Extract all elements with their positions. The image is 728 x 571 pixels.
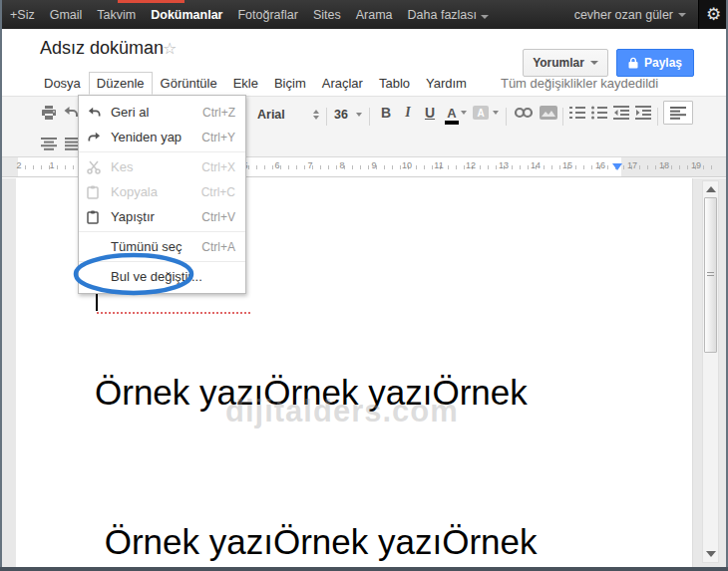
topbar-item-arama[interactable]: Arama <box>356 8 393 22</box>
window-border <box>0 567 728 571</box>
decrease-indent-button[interactable] <box>611 101 631 125</box>
insert-image-button[interactable] <box>538 101 559 125</box>
align-left-button[interactable] <box>663 101 693 125</box>
menu-item-shortcut: Ctrl+Z <box>202 106 235 120</box>
right-margin-marker[interactable] <box>612 163 622 170</box>
user-name: cevher ozan güler <box>574 8 673 22</box>
topbar-item-gmail[interactable]: Gmail <box>50 8 83 22</box>
ruler-number: 9 <box>369 160 378 170</box>
ruler-number: 2 <box>14 160 23 170</box>
menu-item-shortcut: Ctrl+C <box>201 185 235 199</box>
chevron-down-icon <box>590 61 598 65</box>
highlight-color-button[interactable]: A <box>471 101 491 125</box>
ruler-number: 10 <box>400 160 414 170</box>
topbar-item-dokumanlar[interactable]: Dokümanlar <box>151 8 222 22</box>
menu-item-label: Bul ve değiştir... <box>111 269 235 284</box>
menu-ekle[interactable]: Ekle <box>225 72 266 95</box>
save-status: Tüm değişiklikler kaydedildi <box>501 76 658 91</box>
google-topbar: +Siz Gmail Takvim Dokümanlar Fotoğraflar… <box>0 0 728 29</box>
font-size-value: 36 <box>334 108 348 122</box>
ruler-number: 7 <box>305 160 314 170</box>
increase-indent-button[interactable] <box>633 101 653 125</box>
scroll-up-arrow-icon[interactable] <box>706 186 716 192</box>
updown-arrows-icon <box>313 110 319 120</box>
text-color-label: A <box>447 106 456 121</box>
ruler-number: 16 <box>593 160 607 170</box>
ruler-number: 14 <box>529 160 543 170</box>
topbar-item-label: Daha fazlası <box>408 8 477 22</box>
ruler-number: 13 <box>497 160 511 170</box>
scroll-down-arrow-icon[interactable] <box>706 551 716 557</box>
clipboard-icon <box>87 185 111 199</box>
menu-item-label: Geri al <box>111 105 202 120</box>
toolbar-divider <box>506 108 507 126</box>
ruler-number: 17 <box>625 160 639 170</box>
numbered-list-button[interactable] <box>567 101 587 125</box>
menu-item-yeniden-yap[interactable]: Yeniden yap Ctrl+Y <box>79 125 245 149</box>
menu-item-geri-al[interactable]: Geri al Ctrl+Z <box>79 100 245 125</box>
topbar-item-takvim[interactable]: Takvim <box>97 8 136 22</box>
toolbar-divider <box>657 108 658 126</box>
comments-label: Yorumlar <box>533 56 584 70</box>
italic-button[interactable]: I <box>399 101 417 125</box>
font-family-select[interactable]: Arial <box>253 103 323 127</box>
settings-button[interactable]: ⚙ <box>698 0 728 29</box>
topbar-right: cevher ozan güler ⚙ <box>562 0 728 29</box>
ruler-number: 15 <box>560 160 574 170</box>
menu-item-kes: Kes Ctrl+X <box>79 154 245 179</box>
lock-icon <box>628 57 638 69</box>
menu-item-kopyala: Kopyala Ctrl+C <box>79 179 245 204</box>
menu-goruntule[interactable]: Görüntüle <box>153 72 225 95</box>
align-left-icon <box>670 107 686 120</box>
bold-button[interactable]: B <box>377 101 395 125</box>
align-center-icon <box>41 138 57 150</box>
scrollbar-thumb[interactable] <box>704 197 717 353</box>
font-size-select[interactable]: 36 <box>331 103 365 127</box>
user-menu[interactable]: cevher ozan güler <box>562 8 698 22</box>
link-icon <box>514 107 534 119</box>
menu-dosya[interactable]: Dosya <box>36 72 89 95</box>
chevron-down-icon <box>481 15 489 19</box>
menu-duzenle[interactable]: Düzenle <box>89 72 153 95</box>
menu-tablo[interactable]: Tablo <box>371 72 418 95</box>
topbar-item-plus-siz[interactable]: +Siz <box>10 8 35 22</box>
star-icon[interactable]: ☆ <box>163 39 177 58</box>
bulleted-list-button[interactable] <box>589 101 609 125</box>
underline-button[interactable]: U <box>421 101 439 125</box>
scissors-icon <box>87 160 111 174</box>
menu-item-bul-ve-degistir[interactable]: Bul ve değiştir... <box>79 264 245 289</box>
highlight-color-dropdown[interactable] <box>491 101 501 125</box>
menu-item-yapistir[interactable]: Yapıştır Ctrl+V <box>79 204 245 229</box>
topbar-item-sites[interactable]: Sites <box>313 8 341 22</box>
toolbar-divider <box>562 108 563 126</box>
menu-separator <box>79 151 245 152</box>
text-color-dropdown[interactable] <box>459 101 469 125</box>
topbar-item-daha-fazlasi[interactable]: Daha fazlası <box>408 8 489 22</box>
italic-label: I <box>405 105 410 121</box>
bulleted-list-icon <box>591 106 607 120</box>
ruler-number: 11 <box>432 160 445 170</box>
underline-label: U <box>425 105 435 121</box>
menu-yardim[interactable]: Yardım <box>418 72 475 95</box>
bold-label: B <box>381 105 391 121</box>
ruler-number: 18 <box>657 160 671 170</box>
menu-item-tumunu-sec[interactable]: Tümünü seç Ctrl+A <box>79 234 245 259</box>
chevron-down-icon <box>493 111 499 115</box>
topbar-item-fotograflar[interactable]: Fotoğraflar <box>237 8 297 22</box>
print-button[interactable] <box>38 101 60 125</box>
menu-araclar[interactable]: Araçlar <box>314 72 371 95</box>
outdent-icon <box>613 106 629 120</box>
numbered-list-icon <box>569 106 585 120</box>
menu-item-shortcut: Ctrl+A <box>201 240 235 254</box>
document-title[interactable]: Adsız doküman <box>40 38 164 59</box>
menu-bicim[interactable]: Biçim <box>266 72 314 95</box>
vertical-scrollbar[interactable] <box>702 180 719 563</box>
image-icon <box>540 106 557 120</box>
undo-icon <box>87 107 111 119</box>
print-icon <box>41 105 57 121</box>
align-center-button[interactable] <box>38 132 60 155</box>
ruler-number: 8 <box>337 160 346 170</box>
chevron-down-icon <box>461 111 467 115</box>
text-line: Örnek yazıÖrnek yazıÖrnek <box>95 517 537 567</box>
insert-link-button[interactable] <box>512 101 536 125</box>
